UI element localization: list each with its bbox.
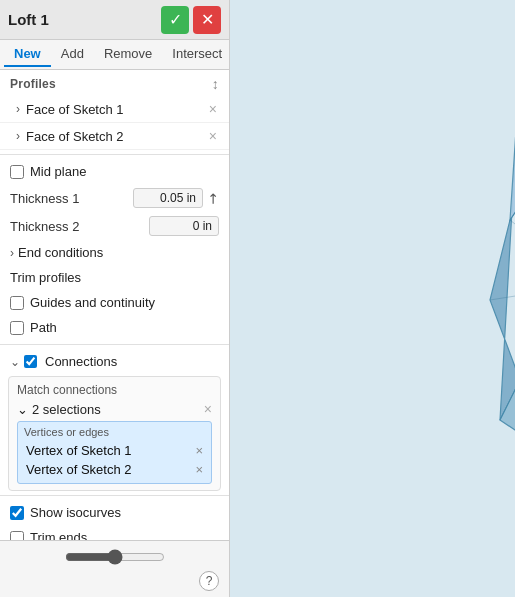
thickness1-label: Thickness 1 [10,191,79,206]
show-isocurves-checkbox[interactable] [10,506,24,520]
vertex-item-2: Vertex of Sketch 2 × [24,460,205,479]
thickness1-arrow-icon[interactable]: ↗ [203,188,223,208]
profile-item-2[interactable]: › Face of Sketch 2 × [0,123,229,150]
slider-row [10,545,219,569]
guides-row[interactable]: Guides and continuity [0,290,229,315]
profile-label-2: Face of Sketch 2 [26,129,207,144]
thickness1-input[interactable] [133,188,203,208]
confirm-button[interactable]: ✓ [161,6,189,34]
connections-label: Connections [45,354,117,369]
mid-plane-label: Mid plane [30,164,86,179]
divider-1 [0,154,229,155]
end-conditions-chevron: › [10,246,14,260]
vertex-item-1: Vertex of Sketch 1 × [24,441,205,460]
thickness2-input-group [149,216,219,236]
thickness2-input[interactable] [149,216,219,236]
vertex-close-2[interactable]: × [195,462,203,477]
thickness2-label: Thickness 2 [10,219,79,234]
end-conditions-label: End conditions [18,245,103,260]
vertices-box: Vertices or edges Vertex of Sketch 1 × V… [17,421,212,484]
tab-intersect[interactable]: Intersect [162,42,230,67]
selections-count: 2 selections [32,402,204,417]
connections-section: ⌄ Connections Match connections ⌄ 2 sele… [0,349,229,491]
vertex-label-1: Vertex of Sketch 1 [26,443,132,458]
show-isocurves-row[interactable]: Show isocurves [0,500,229,525]
end-conditions-row[interactable]: › End conditions [0,240,229,265]
show-isocurves-label: Show isocurves [30,505,121,520]
connections-chevron: ⌄ [10,355,20,369]
sort-icon[interactable]: ↕ [212,76,219,92]
profile-close-1[interactable]: × [207,101,219,117]
selections-close-icon[interactable]: × [204,401,212,417]
selections-chevron: ⌄ [17,402,28,417]
cancel-button[interactable]: ✕ [193,6,221,34]
trim-profiles-label: Trim profiles [10,270,81,285]
path-label: Path [30,320,57,335]
divider-2 [0,344,229,345]
tab-remove[interactable]: Remove [94,42,162,67]
tab-add[interactable]: Add [51,42,94,67]
zoom-slider[interactable] [65,549,165,565]
panel-bottom: ? [0,540,229,597]
chevron-icon-1: › [16,102,20,116]
mid-plane-checkbox[interactable] [10,165,24,179]
thickness1-input-group: ↗ [133,188,219,208]
trim-ends-row[interactable]: Trim ends [0,525,229,540]
profiles-label: Profiles [10,77,56,91]
3d-shape-svg [460,40,515,470]
help-button[interactable]: ? [199,571,219,591]
match-connections-label: Match connections [17,383,212,397]
title-actions: ✓ ✕ [161,6,221,34]
vertex-label-2: Vertex of Sketch 2 [26,462,132,477]
vertex-close-1[interactable]: × [195,443,203,458]
mid-plane-row[interactable]: Mid plane [0,159,229,184]
guides-label: Guides and continuity [30,295,155,310]
svg-marker-6 [510,45,515,220]
guides-checkbox[interactable] [10,296,24,310]
thickness1-row: Thickness 1 ↗ [0,184,229,212]
profiles-header: Profiles ↕ [0,70,229,96]
connections-inner: Match connections ⌄ 2 selections × Verti… [8,376,221,491]
tab-new[interactable]: New [4,42,51,67]
thickness2-row: Thickness 2 [0,212,229,240]
tabs-bar: New Add Remove Intersect ▲ [0,40,229,70]
selections-row: ⌄ 2 selections × [17,401,212,417]
trim-ends-checkbox[interactable] [10,531,24,541]
chevron-icon-2: › [16,129,20,143]
svg-marker-0 [490,50,515,420]
trim-profiles-row[interactable]: Trim profiles [0,265,229,290]
profile-item-1[interactable]: › Face of Sketch 1 × [0,96,229,123]
3d-viewport [230,0,515,597]
left-panel: Loft 1 ✓ ✕ New Add Remove Intersect ▲ Pr… [0,0,230,597]
path-row[interactable]: Path [0,315,229,340]
vertices-type-label: Vertices or edges [24,426,205,438]
connections-header[interactable]: ⌄ Connections [0,349,229,374]
title-bar: Loft 1 ✓ ✕ [0,0,229,40]
panel-content: Profiles ↕ › Face of Sketch 1 × › Face o… [0,70,229,540]
path-checkbox[interactable] [10,321,24,335]
divider-3 [0,495,229,496]
help-row: ? [10,569,219,593]
trim-ends-label: Trim ends [30,530,87,540]
profile-label-1: Face of Sketch 1 [26,102,207,117]
panel-title: Loft 1 [8,11,49,28]
connections-checkbox[interactable] [24,355,37,368]
profile-close-2[interactable]: × [207,128,219,144]
